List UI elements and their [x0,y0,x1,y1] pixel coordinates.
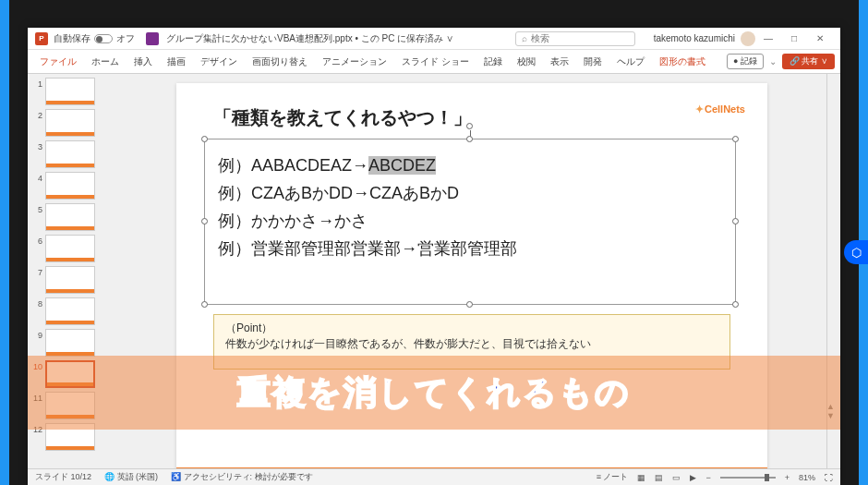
resize-handle[interactable] [732,136,739,142]
slide-thumbnail[interactable]: 4 [30,172,102,200]
slide-thumbnail[interactable]: 9 [30,329,102,357]
example-line[interactable]: 例）かかかさ→かさ [218,210,722,232]
rotate-handle-icon[interactable] [466,123,473,129]
username: takemoto kazumichi [654,33,735,43]
logo: CellNets [695,103,745,115]
status-bar: スライド 10/12 🌐 英語 (米国) ♿ アクセシビリティ: 検討が必要です… [28,468,840,485]
ribbon-tab[interactable]: 挿入 [127,53,159,71]
resize-handle[interactable] [732,218,739,224]
ribbon-tab[interactable]: 記録 [477,53,509,71]
slide-title: 「種類を教えてくれるやつ！」 [213,105,472,130]
avatar[interactable] [741,31,755,46]
ribbon-tab[interactable]: 図形の書式 [653,53,712,71]
language-status[interactable]: 🌐 英語 (米国) [104,471,158,483]
minimize-button[interactable]: — [755,28,781,49]
slide-thumbnail[interactable]: 5 [30,203,102,231]
view-reading-icon[interactable]: ▭ [672,473,681,482]
resize-handle[interactable] [466,136,473,142]
slide-position[interactable]: スライド 10/12 [35,471,91,483]
slide-footer-bar [176,467,767,468]
view-slideshow-icon[interactable]: ▶ [690,473,696,482]
zoom-level[interactable]: 81% [799,473,815,482]
ribbon-tab[interactable]: 開発 [577,53,609,71]
titlebar: P 自動保存 オフ グループ集計に欠かせないVBA連想配列.pptx • この … [28,28,840,50]
ribbon-tab[interactable]: ホーム [85,53,126,71]
ribbon-tab[interactable]: デザイン [194,53,244,71]
maximize-button[interactable]: □ [781,28,807,49]
ribbon-tab[interactable]: 描画 [161,53,192,71]
example-line[interactable]: 例）営業部管理部営業部→営業部管理部 [218,237,722,260]
example-line[interactable]: 例）AABACDEAZ→ABCDEZ [218,154,722,176]
zoom-out-button[interactable]: − [705,473,710,482]
share-button[interactable]: 🔗 共有 ∨ [782,54,835,69]
slide-thumbnail[interactable]: 8 [30,297,102,325]
qat-icon[interactable] [146,32,159,45]
autosave-state: オフ [116,32,135,45]
resize-handle[interactable] [466,301,473,308]
ribbon-caret-icon[interactable]: ⌄ [769,56,777,67]
ribbon-tab[interactable]: 校閲 [511,53,542,71]
ribbon-tab[interactable]: ファイル [33,53,83,71]
example-line[interactable]: 例）CZAあBかDD→CZAあBかD [218,182,722,204]
dropbox-badge[interactable]: ⬡ [844,240,868,264]
zoom-in-button[interactable]: + [785,473,790,482]
close-button[interactable]: ✕ [807,28,833,49]
ribbon-tab[interactable]: ヘルプ [610,53,651,71]
resize-handle[interactable] [732,301,739,308]
video-caption-overlay: 重複を消してくれるもの [28,356,840,430]
accessibility-status[interactable]: ♿ アクセシビリティ: 検討が必要です [171,471,313,483]
zoom-slider[interactable] [720,477,776,479]
point-label: （Point） [225,321,718,336]
autosave-toggle[interactable]: 自動保存 オフ [54,32,135,45]
caption-text: 重複を消してくれるもの [237,370,631,416]
resize-handle[interactable] [201,136,208,142]
slide-thumbnail[interactable]: 6 [30,235,102,262]
slide-thumbnail[interactable]: 1 [30,78,102,105]
notes-button[interactable]: ≡ ノート [597,471,629,483]
fit-window-icon[interactable]: ⛶ [825,473,833,482]
powerpoint-icon: P [35,32,48,45]
ribbon-tab[interactable]: アニメーション [316,53,393,71]
slide-thumbnail[interactable]: 3 [30,140,102,168]
ribbon-tabs: ファイルホーム挿入描画デザイン画面切り替えアニメーションスライド ショー記録校閲… [28,50,840,74]
search-input[interactable] [531,33,629,43]
autosave-label: 自動保存 [54,32,90,45]
resize-handle[interactable] [201,218,208,224]
view-normal-icon[interactable]: ▦ [637,473,645,482]
ribbon-tab[interactable]: 画面切り替え [246,53,314,71]
record-button[interactable]: ● 記録 [727,54,764,69]
slide-thumbnail[interactable]: 7 [30,266,102,294]
search-icon: ⌕ [522,33,527,43]
ribbon-tab[interactable]: 表示 [544,53,575,71]
document-title[interactable]: グループ集計に欠かせないVBA連想配列.pptx • この PC に保存済み ∨ [163,32,497,45]
view-sorter-icon[interactable]: ▤ [655,473,663,482]
account-area[interactable]: takemoto kazumichi [654,31,755,46]
selected-textbox[interactable]: 例）AABACDEAZ→ABCDEZ例）CZAあBかDD→CZAあBかD例）かか… [204,139,736,305]
ribbon-tab[interactable]: スライド ショー [395,53,476,71]
toggle-switch-icon[interactable] [94,34,113,43]
resize-handle[interactable] [201,301,208,308]
point-body: 件数が少なければ一目瞭然であるが、件数が膨大だと、目視では拾えない [225,336,718,352]
search-box[interactable]: ⌕ [515,31,635,46]
slide-thumbnail[interactable]: 2 [30,109,102,137]
